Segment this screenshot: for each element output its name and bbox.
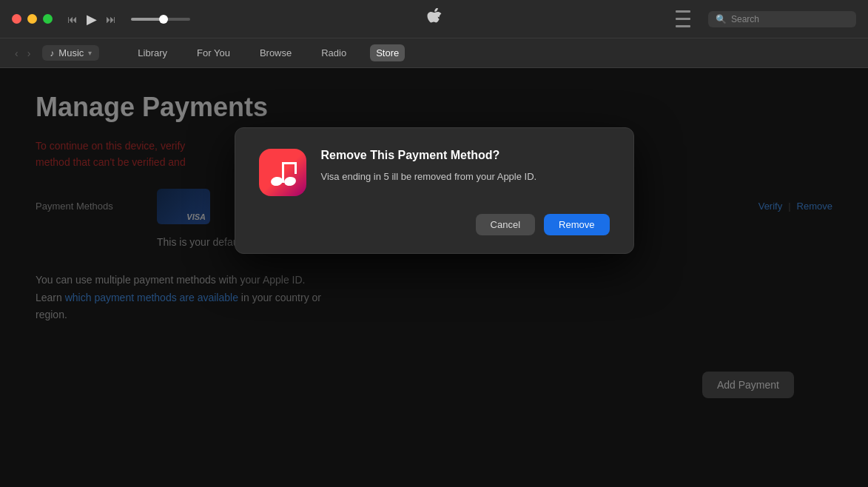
back-arrow[interactable]: ‹	[12, 46, 21, 61]
nav-item-library[interactable]: Library	[132, 44, 173, 61]
apple-logo	[427, 8, 442, 30]
title-bar: ⏮ ▶ ⏭ 🔍 Search	[0, 0, 868, 38]
forward-button[interactable]: ⏭	[106, 13, 116, 25]
nav-item-store[interactable]: Store	[370, 44, 405, 61]
nav-item-for-you[interactable]: For You	[191, 44, 236, 61]
playback-controls: ⏮ ▶ ⏭	[67, 11, 190, 27]
minimize-button[interactable]	[27, 14, 37, 24]
nav-arrows: ‹ ›	[12, 46, 33, 61]
breadcrumb-label: Music	[58, 47, 84, 58]
modal-header: Remove This Payment Method? Visa ending …	[259, 149, 610, 196]
svg-point-4	[283, 176, 297, 187]
modal-footer: Cancel Remove	[259, 214, 610, 235]
svg-point-0	[270, 176, 283, 187]
nav-bar: ‹ › ♪ Music ▾ Library For You Browse Rad…	[0, 38, 868, 68]
search-bar[interactable]: 🔍 Search	[708, 11, 856, 27]
nav-items: Library For You Browse Radio Store	[132, 44, 405, 61]
modal-dialog: Remove This Payment Method? Visa ending …	[235, 127, 634, 254]
traffic-lights	[12, 14, 53, 24]
search-placeholder: Search	[731, 14, 759, 24]
nav-item-browse[interactable]: Browse	[254, 44, 297, 61]
breadcrumb-widget[interactable]: ♪ Music ▾	[42, 45, 99, 61]
svg-rect-3	[295, 162, 297, 174]
nav-item-radio[interactable]: Radio	[315, 44, 352, 61]
remove-button[interactable]: Remove	[544, 214, 609, 235]
maximize-button[interactable]	[43, 14, 53, 24]
music-app-icon	[259, 149, 306, 196]
search-icon: 🔍	[716, 14, 727, 24]
volume-knob[interactable]	[159, 15, 168, 24]
modal-title: Remove This Payment Method?	[321, 149, 610, 162]
modal-overlay: Remove This Payment Method? Visa ending …	[0, 68, 868, 487]
close-button[interactable]	[12, 14, 21, 24]
modal-text-content: Remove This Payment Method? Visa ending …	[321, 149, 610, 184]
forward-arrow[interactable]: ›	[24, 46, 34, 61]
play-button[interactable]: ▶	[87, 11, 97, 27]
music-nav-icon: ♪	[50, 48, 54, 58]
main-content: Manage Payments To continue on this devi…	[0, 68, 868, 487]
breadcrumb-arrow: ▾	[88, 49, 92, 57]
modal-body-text: Visa ending in 5 ill be removed from you…	[321, 169, 610, 184]
cancel-button[interactable]: Cancel	[476, 214, 535, 235]
svg-rect-1	[282, 162, 284, 183]
back-button[interactable]: ⏮	[67, 13, 78, 25]
volume-slider[interactable]	[131, 18, 190, 21]
list-view-button[interactable]	[676, 9, 690, 29]
